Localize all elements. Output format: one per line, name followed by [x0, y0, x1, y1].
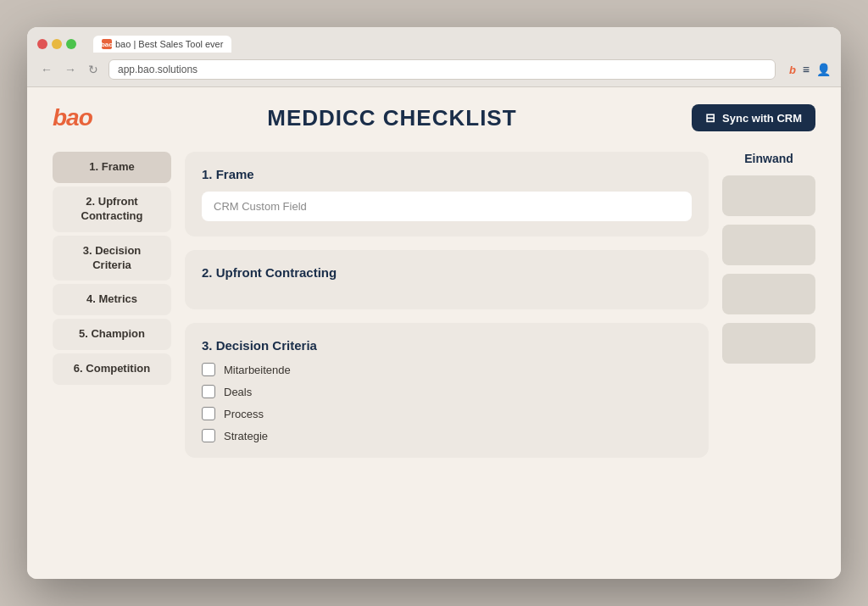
main-sections: 1. Frame CRM Custom Field 2. Upfront Con… [185, 152, 709, 458]
sync-button-label: Sync with CRM [722, 112, 802, 125]
traffic-lights [37, 39, 76, 49]
user-icon[interactable]: 👤 [816, 63, 831, 76]
sidebar-item-label: 5. Champion [79, 327, 145, 340]
forward-button[interactable]: → [61, 61, 80, 78]
section-upfront-title: 2. Upfront Contracting [202, 265, 692, 280]
page-title: MEDDICC CHECKLIST [92, 105, 692, 131]
sidebar-item-label: 4. Metrics [86, 292, 137, 305]
bao-logo: bao [53, 104, 92, 131]
checkbox-strategie[interactable] [202, 429, 215, 442]
traffic-light-green[interactable] [66, 39, 76, 49]
sidebar-item-decision-criteria[interactable]: 3. Decision Criteria [53, 236, 171, 281]
sync-icon: ⊟ [705, 111, 715, 125]
browser-actions: b ≡ 👤 [789, 63, 831, 76]
browser-chrome: bao bao | Best Sales Tool ever ← → ↻ app… [27, 27, 841, 87]
refresh-button[interactable]: ↻ [85, 61, 102, 78]
sidebar: 1. Frame 2. Upfront Contracting 3. Decis… [53, 152, 171, 458]
checkbox-mitarbeitende[interactable] [202, 363, 215, 376]
sidebar-item-label: 3. Decision Criteria [83, 244, 142, 271]
checkbox-item-strategie: Strategie [202, 429, 692, 442]
traffic-light-yellow[interactable] [52, 39, 62, 49]
checkbox-item-process: Process [202, 407, 692, 420]
sidebar-item-label: 2. Upfront Contracting [81, 195, 143, 222]
checkbox-label: Strategie [224, 430, 268, 442]
section-frame-title: 1. Frame [202, 167, 692, 181]
tab-favicon: bao [102, 39, 112, 49]
panel-card-4[interactable] [722, 323, 815, 364]
checkbox-list: Mitarbeitende Deals Process Strateg [202, 363, 692, 442]
checkbox-item-deals: Deals [202, 385, 692, 398]
browser-window: bao bao | Best Sales Tool ever ← → ↻ app… [27, 27, 841, 579]
checkbox-process[interactable] [202, 407, 215, 420]
panel-title: Einwand [722, 152, 815, 165]
traffic-light-red[interactable] [37, 39, 47, 49]
section-decision-title: 3. Decision Criteria [202, 338, 692, 353]
main-layout: 1. Frame 2. Upfront Contracting 3. Decis… [53, 152, 815, 458]
sidebar-item-label: 1. Frame [89, 160, 134, 173]
app-content: bao MEDDICC CHECKLIST ⊟ Sync with CRM 1.… [27, 87, 841, 579]
checkbox-label: Mitarbeitende [224, 364, 291, 376]
address-bar-row: ← → ↻ app.bao.solutions b ≡ 👤 [37, 59, 831, 80]
section-upfront-contracting: 2. Upfront Contracting [185, 250, 709, 309]
hamburger-icon[interactable]: ≡ [803, 63, 810, 76]
sidebar-item-upfront-contracting[interactable]: 2. Upfront Contracting [53, 186, 171, 232]
checkbox-label: Deals [224, 386, 252, 398]
panel-cards [722, 175, 815, 364]
panel-card-2[interactable] [722, 225, 815, 265]
browser-tab[interactable]: bao bao | Best Sales Tool ever [93, 36, 231, 53]
sidebar-item-competition[interactable]: 6. Competition [53, 353, 171, 385]
section-decision-criteria: 3. Decision Criteria Mitarbeitende Deals [185, 323, 709, 458]
panel-card-1[interactable] [722, 175, 815, 216]
address-text: app.bao.solutions [118, 64, 198, 75]
sync-crm-button[interactable]: ⊟ Sync with CRM [692, 104, 815, 131]
crm-custom-field[interactable]: CRM Custom Field [202, 192, 692, 221]
sidebar-item-frame[interactable]: 1. Frame [53, 152, 171, 183]
app-header: bao MEDDICC CHECKLIST ⊟ Sync with CRM [53, 104, 815, 131]
checkbox-label: Process [224, 408, 264, 420]
sidebar-item-metrics[interactable]: 4. Metrics [53, 284, 171, 315]
nav-buttons: ← → ↻ [37, 61, 102, 78]
bao-logo-small: b [789, 64, 796, 76]
checkbox-item-mitarbeitende: Mitarbeitende [202, 363, 692, 376]
browser-controls: bao bao | Best Sales Tool ever [37, 36, 831, 53]
address-bar[interactable]: app.bao.solutions [108, 59, 776, 80]
tab-label: bao | Best Sales Tool ever [115, 39, 223, 49]
section-frame: 1. Frame CRM Custom Field [185, 152, 709, 236]
sidebar-item-champion[interactable]: 5. Champion [53, 319, 171, 350]
checkbox-deals[interactable] [202, 385, 215, 398]
sidebar-item-label: 6. Competition [74, 362, 150, 375]
back-button[interactable]: ← [37, 61, 56, 78]
right-panel: Einwand [722, 152, 815, 458]
panel-card-3[interactable] [722, 274, 815, 314]
tab-area: bao bao | Best Sales Tool ever [93, 36, 231, 53]
